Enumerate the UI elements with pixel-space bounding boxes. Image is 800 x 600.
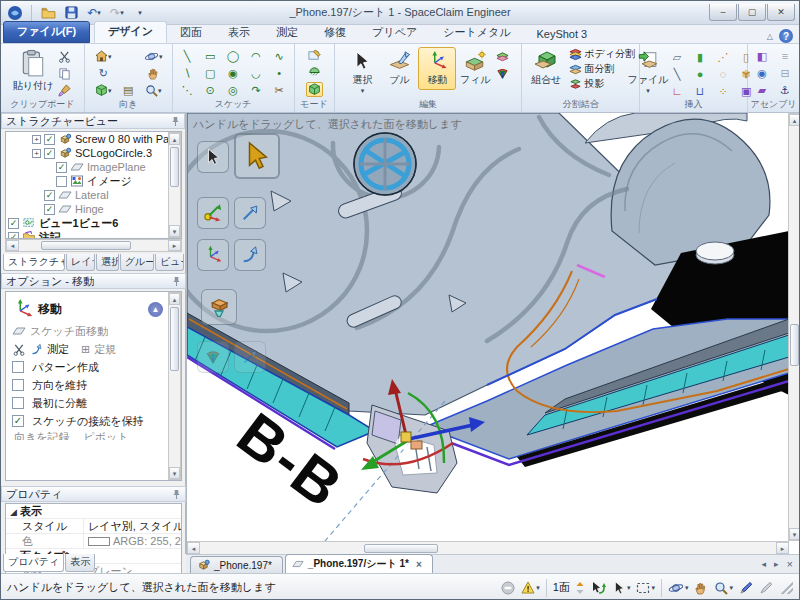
tab-appearance[interactable]: 表示 bbox=[65, 554, 95, 572]
scroll-down-icon[interactable]: ▾ bbox=[169, 225, 180, 237]
scroll-right-icon[interactable]: ▸ bbox=[776, 542, 789, 554]
magnet-icon[interactable]: ⊔ bbox=[690, 83, 710, 99]
tab-views[interactable]: ビュー bbox=[155, 254, 184, 271]
tab-drawing[interactable]: 図面 bbox=[167, 23, 215, 43]
assembly-component-icon[interactable]: ◧ bbox=[752, 48, 772, 64]
scroll-down-icon[interactable]: ▾ bbox=[169, 467, 180, 479]
doc-tab-close-icon[interactable]: × bbox=[416, 559, 422, 570]
detach-first-checkbox[interactable] bbox=[12, 397, 24, 409]
line-icon[interactable]: ╲ bbox=[177, 48, 197, 64]
scroll-up-icon[interactable]: ▴ bbox=[169, 133, 180, 145]
tree-row[interactable]: + ✓ Screw 0 80 with Pa bbox=[6, 132, 181, 146]
tree-row[interactable]: ✓ 注記 bbox=[6, 230, 181, 239]
triad-mini-button[interactable] bbox=[197, 239, 229, 271]
color-swatch[interactable] bbox=[88, 537, 110, 546]
body-split-button[interactable]: ボディ分割 bbox=[568, 47, 635, 61]
pin-icon[interactable] bbox=[172, 275, 181, 287]
home-view-icon[interactable]: ▾ bbox=[92, 48, 114, 64]
tab-file[interactable]: ファイル(F) bbox=[3, 21, 90, 43]
arc-icon[interactable]: ◠ bbox=[246, 48, 266, 64]
pull-button[interactable]: プル bbox=[382, 47, 416, 90]
spin-view-icon[interactable]: ▾ bbox=[668, 582, 689, 594]
tree-horizontal-scrollbar[interactable]: ◂ ▸ bbox=[5, 239, 182, 252]
tree-row[interactable]: イメージ bbox=[6, 174, 181, 188]
expand-icon[interactable]: + bbox=[32, 149, 41, 158]
ghost-mini-button[interactable] bbox=[197, 341, 229, 373]
scroll-down-icon[interactable]: ▾ bbox=[789, 528, 800, 540]
sketch-mode-icon[interactable] bbox=[306, 48, 323, 63]
turntable-icon[interactable]: ↻ bbox=[92, 65, 114, 81]
select-mini-button-active[interactable] bbox=[234, 133, 280, 179]
scroll-right-icon[interactable]: ▸ bbox=[168, 240, 181, 251]
tab-prepare[interactable]: プリペア bbox=[359, 23, 430, 43]
tree-vertical-scrollbar[interactable]: ▴ ▾ bbox=[168, 132, 181, 238]
tab-scroll-left-icon[interactable]: ◂ bbox=[762, 559, 767, 569]
scrollbar-thumb[interactable] bbox=[790, 324, 799, 366]
tangent-arc-icon[interactable]: ◡ bbox=[246, 65, 266, 81]
scrollbar-thumb[interactable] bbox=[41, 241, 131, 250]
open-button[interactable] bbox=[38, 4, 58, 22]
corner-rectangle-icon[interactable]: ▢ bbox=[200, 65, 220, 81]
trim-icon[interactable]: ✂ bbox=[269, 82, 289, 98]
tab-measure[interactable]: 測定 bbox=[263, 23, 311, 43]
save-button[interactable] bbox=[61, 4, 81, 22]
solid-mode-icon[interactable] bbox=[306, 82, 323, 97]
ghost-mini-button[interactable] bbox=[234, 341, 266, 373]
plane-icon[interactable]: ▱ bbox=[667, 49, 687, 65]
tab-groups[interactable]: グルー... bbox=[120, 254, 154, 271]
zoom-view-icon[interactable]: ▾ bbox=[714, 581, 733, 595]
help-icon[interactable]: ? bbox=[779, 29, 793, 43]
scrollbar-thumb[interactable] bbox=[364, 544, 438, 553]
visibility-checkbox[interactable] bbox=[56, 176, 67, 187]
tab-scroll-right-icon[interactable]: ▸ bbox=[774, 559, 779, 569]
close-button[interactable]: ✕ bbox=[767, 4, 795, 21]
sphere-icon[interactable]: ● bbox=[690, 66, 710, 82]
assembly-align-icon[interactable]: ◉ bbox=[752, 65, 772, 81]
pin-icon[interactable] bbox=[172, 488, 181, 500]
tree-row[interactable]: + ✓ SCLogoCircle.3 bbox=[6, 146, 181, 160]
replace-face-icon[interactable] bbox=[494, 49, 511, 64]
select-button[interactable]: 選択 ▾ bbox=[344, 47, 380, 97]
scroll-up-icon[interactable]: ▴ bbox=[169, 293, 180, 305]
pivot-label[interactable]: ピボット bbox=[84, 430, 129, 440]
project-button[interactable]: 投影 bbox=[568, 77, 635, 91]
tree-row[interactable]: ✓ ビュー1ビュー6 bbox=[6, 216, 181, 230]
tree-row[interactable]: ✓ Hinge bbox=[6, 202, 181, 216]
tangent-line-icon[interactable]: ∖ bbox=[177, 65, 197, 81]
scroll-up-icon[interactable]: ▴ bbox=[789, 114, 800, 126]
reference-circle-icon[interactable]: ◎ bbox=[223, 82, 243, 98]
zoom-icon[interactable]: ▾ bbox=[142, 82, 164, 98]
insert-file-button[interactable]: ファイル ▾ bbox=[631, 47, 665, 97]
point-icon[interactable]: • bbox=[269, 65, 289, 81]
visibility-checkbox[interactable]: ✓ bbox=[44, 204, 55, 215]
measure-pen-icon[interactable] bbox=[739, 581, 753, 595]
viewport-vertical-scrollbar[interactable]: ▴ ▾ bbox=[788, 113, 800, 541]
combine-button[interactable]: 組合せ bbox=[526, 47, 566, 90]
rectangle-icon[interactable]: ▭ bbox=[200, 48, 220, 64]
redo-button[interactable]: ↷▾ bbox=[107, 4, 127, 22]
keep-sketch-connection-checkbox[interactable]: ✓ bbox=[12, 415, 24, 427]
tree-row[interactable]: ✓ ImagePlane bbox=[6, 160, 181, 174]
record-orientation-label[interactable]: 向きを記録 bbox=[14, 430, 70, 440]
assembly-pattern-icon[interactable]: ≡ bbox=[775, 48, 795, 64]
dotted-circle-icon[interactable]: ◌ bbox=[713, 66, 733, 82]
group-expander-icon[interactable]: ◢ bbox=[10, 507, 17, 517]
cylinder-icon[interactable]: ▮ bbox=[690, 49, 710, 65]
property-group-row[interactable]: ◢表示 bbox=[6, 504, 181, 519]
spline-icon[interactable]: ∿ bbox=[269, 48, 289, 64]
doc-tab-sheet[interactable]: _Phone.197/シート 1* × bbox=[285, 554, 433, 573]
tab-keyshot[interactable]: KeyShot 3 bbox=[523, 26, 600, 43]
doc-tab-model[interactable]: _Phone.197* bbox=[190, 556, 283, 573]
tab-display[interactable]: 表示 bbox=[215, 23, 263, 43]
visibility-checkbox[interactable]: ✓ bbox=[44, 148, 55, 159]
construction-line-icon[interactable]: ⋱ bbox=[177, 82, 197, 98]
view-cube-icon[interactable]: ▾ bbox=[92, 82, 114, 98]
options-vertical-scrollbar[interactable]: ▴ ▾ bbox=[168, 292, 181, 480]
keep-orientation-option[interactable]: 方向を維持 bbox=[12, 376, 179, 394]
visibility-checkbox[interactable]: ✓ bbox=[44, 134, 55, 145]
property-row[interactable]: 色 ARGB: 255, 255, 25 bbox=[6, 534, 181, 549]
dotted-spline-icon[interactable]: ⋰ bbox=[713, 49, 733, 65]
restore-button[interactable]: ▢ bbox=[738, 4, 766, 21]
undo-button[interactable]: ↶▾ bbox=[84, 4, 104, 22]
tab-design[interactable]: デザイン bbox=[94, 21, 167, 43]
